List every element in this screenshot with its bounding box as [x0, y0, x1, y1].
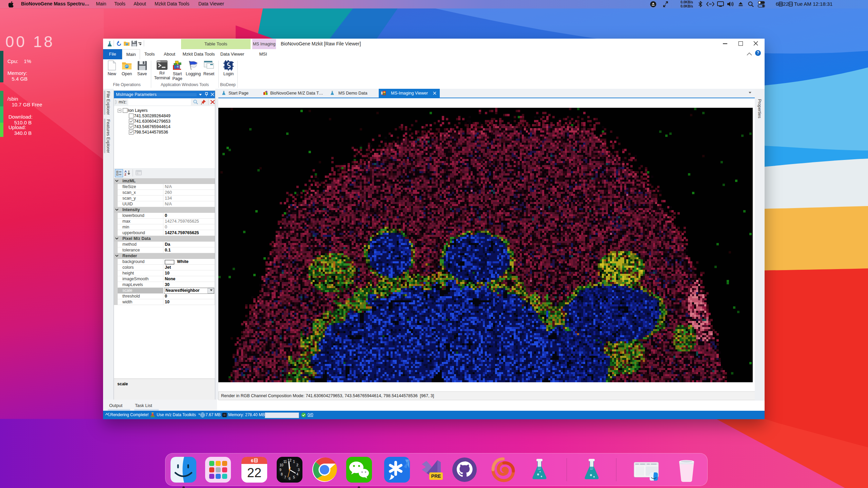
svg-text:12: 12	[288, 459, 292, 462]
svg-text:22: 22	[247, 466, 261, 480]
svg-text:PRE: PRE	[431, 473, 441, 479]
svg-text:9: 9	[279, 468, 281, 472]
svg-text:5: 5	[293, 475, 295, 479]
svg-text:3: 3	[298, 468, 300, 472]
svg-text:1: 1	[293, 460, 295, 464]
svg-text:4: 4	[296, 472, 298, 476]
svg-text:7: 7	[284, 475, 286, 479]
svg-text:2: 2	[296, 463, 298, 467]
svg-text:6: 6	[251, 458, 253, 463]
svg-text:11: 11	[283, 460, 287, 464]
svg-text:Z: Z	[124, 173, 126, 176]
svg-text:8: 8	[281, 472, 283, 476]
svg-text:10: 10	[279, 463, 283, 467]
svg-text:6: 6	[289, 477, 291, 481]
